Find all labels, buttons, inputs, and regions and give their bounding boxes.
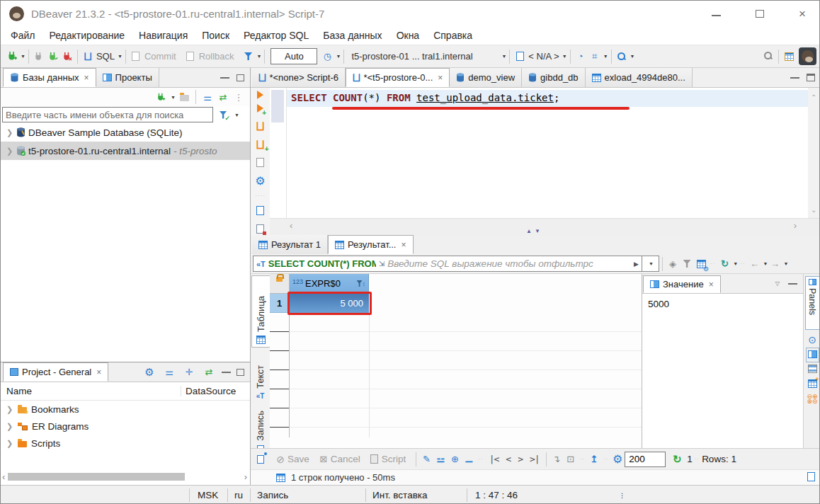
sql-editor-label[interactable]: SQL [96, 51, 115, 62]
clear-filter-icon[interactable]: ◈ [666, 257, 680, 271]
customize-filters-icon[interactable]: ⚙ [694, 257, 708, 271]
filter-objects-caret[interactable]: ▼ [234, 113, 239, 118]
scroll-up-icon[interactable]: ⌃ [811, 93, 816, 101]
tab-exload[interactable]: exload_4994de80... [586, 68, 693, 87]
tab-result-1[interactable]: Результат 1 [252, 235, 328, 254]
sash-collapse-icons[interactable]: ▲▼ [526, 228, 543, 234]
sql-editor-caret[interactable]: ▼ [118, 54, 123, 59]
record-mode-icon[interactable] [254, 452, 268, 466]
expander-icon[interactable]: ❯ [6, 147, 13, 156]
tab-script-6[interactable]: ⨆ *<none> Script-6 [252, 68, 346, 87]
script-button[interactable]: Script [382, 454, 406, 464]
new-folder-icon[interactable] [177, 90, 191, 104]
apply-filter-icon[interactable]: ▶ [634, 260, 639, 268]
timezone-indicator[interactable]: MSK [198, 486, 218, 504]
execute-script-icon[interactable]: ⨆ [254, 120, 268, 133]
tab-databases-close-icon[interactable]: × [84, 73, 89, 83]
tab-databases[interactable]: Базы данных × [3, 68, 96, 87]
presentation-tab-text[interactable]: Текст «T [251, 352, 270, 403]
editor-horizontal-scrollbar[interactable]: ‹ › ▲▼ [270, 218, 820, 236]
explain-plan-icon[interactable] [254, 156, 268, 170]
tab-demo-view[interactable]: demo_view [450, 68, 522, 87]
menu-sql-editor[interactable]: Редактор SQL [237, 26, 316, 45]
minimize-panel-icon[interactable] [222, 372, 231, 373]
save-filter-icon[interactable] [680, 257, 694, 271]
column-header-expr0[interactable]: 123 EXPR$0 ↕ [290, 274, 369, 294]
tab-script-7-active[interactable]: ⨆ *<t5-prostore-0... × [346, 68, 450, 87]
dashboard-icon[interactable]: ◔ [574, 50, 588, 64]
network-icon[interactable]: ⌗ [588, 50, 602, 64]
history-forward-caret[interactable]: ▼ [784, 261, 789, 266]
filter-input[interactable]: «T SELECT COUNT(*) FROM t ⇲ Введите SQL … [253, 256, 642, 272]
minimize-panel-icon[interactable] [788, 283, 797, 285]
view-menu-caret-icon[interactable]: ▽ [775, 280, 780, 287]
commit-button[interactable]: Commit [144, 51, 176, 62]
caret-position-indicator[interactable]: 1 : 47 : 46 [475, 486, 518, 504]
menu-navigate[interactable]: Навигация [132, 26, 195, 45]
view-menu-icon[interactable]: ⋮ [232, 90, 246, 104]
grid-corner-cell[interactable] [270, 274, 290, 294]
tab-close-icon[interactable]: × [402, 240, 406, 250]
panels-toggle-button[interactable]: Panels [805, 276, 820, 330]
execute-new-tab-icon[interactable]: + [257, 104, 263, 115]
maximize-panel-icon[interactable] [237, 74, 244, 81]
object-search-input[interactable] [2, 107, 213, 122]
refresh-results-icon[interactable]: ↻ [717, 257, 731, 271]
scroll-left-icon[interactable]: ‹ [290, 220, 292, 231]
results-settings-gear-icon[interactable]: ⚙ [610, 452, 625, 466]
value-panel-content[interactable]: 5000 [642, 294, 803, 314]
fetch-size-input[interactable] [625, 452, 666, 467]
tree-item-t5-prostore[interactable]: ❯ t5-prostore-01.ru-central1.internal - … [1, 142, 250, 160]
tab-project-close-icon[interactable]: × [96, 367, 101, 377]
menu-help[interactable]: Справка [426, 26, 479, 45]
transaction-history-caret[interactable]: ▼ [336, 54, 341, 59]
disconnect-icon[interactable] [60, 50, 74, 64]
active-schema-combo[interactable]: < N/A > [528, 51, 559, 62]
cancel-button[interactable]: Cancel [331, 454, 360, 464]
tab-project-general[interactable]: Project - General × [3, 362, 108, 382]
project-item-scripts[interactable]: ❯ Scripts [1, 435, 250, 452]
goto-row-icon[interactable]: ↴ [549, 452, 564, 466]
perspective-icon[interactable] [782, 50, 796, 64]
tab-result-2-active[interactable]: Результат... × [328, 235, 414, 254]
results-grid[interactable]: 123 EXPR$0 ↕ 1 5 000 [270, 274, 642, 448]
connection-caret[interactable]: ▼ [501, 54, 506, 59]
expander-icon[interactable]: ❯ [6, 422, 13, 431]
previous-row-icon[interactable]: < [506, 454, 511, 464]
link-selection-icon[interactable]: ⇄ [202, 365, 216, 379]
duplicate-row-icon[interactable]: ⊕ [448, 452, 462, 466]
tree-item-sample-db[interactable]: ❯ DBeaver Sample Database (SQLite) [1, 123, 250, 142]
column-datasource-header[interactable]: DataSource [181, 386, 250, 396]
maximize-button[interactable] [749, 8, 770, 20]
calc-panel-icon[interactable]: + [808, 379, 817, 390]
project-item-er-diagrams[interactable]: ❯ ER Diagrams [1, 418, 250, 435]
tab-projects[interactable]: Проекты [96, 68, 159, 87]
project-settings-gear-icon[interactable]: ⚙ [142, 365, 156, 379]
menu-database[interactable]: База данных [316, 26, 389, 45]
edit-cell-icon[interactable]: ✎ [419, 452, 433, 466]
close-button[interactable]: × [792, 7, 813, 21]
schema-caret[interactable]: ▼ [562, 54, 567, 59]
filter-objects-icon[interactable]: ✓ [216, 108, 230, 122]
sql-editor-area[interactable]: SELECT COUNT(*) FROM test_upload_data.ti… [270, 88, 808, 218]
scrollbar-thumb[interactable] [8, 473, 185, 481]
row-header-1[interactable]: 1 [270, 294, 290, 313]
refresh-caret[interactable]: ▼ [733, 261, 738, 266]
add-row-icon[interactable]: ⚍ [433, 452, 448, 466]
insert-mode-indicator[interactable]: Инт. вставка [372, 486, 428, 504]
maximize-panel-icon[interactable] [807, 74, 815, 81]
editor-vertical-scrollbar[interactable]: ⌃ ⌄ [808, 88, 820, 218]
last-row-icon[interactable]: >| [530, 454, 540, 464]
network-caret[interactable]: ▼ [603, 54, 608, 59]
menu-file[interactable]: Файл [4, 26, 42, 45]
expander-icon[interactable]: ❯ [6, 439, 13, 448]
zoom-cell-icon[interactable]: ⊡ [564, 452, 578, 466]
transaction-log-icon[interactable] [241, 50, 256, 64]
scroll-down-icon[interactable]: ⌄ [811, 206, 816, 214]
script-output-icon[interactable] [254, 222, 268, 236]
expand-all-icon[interactable]: ✛ [182, 365, 196, 379]
expander-icon[interactable]: ❯ [6, 128, 13, 137]
active-connection-combo[interactable]: t5-prostore-01 ... tral1.internal [351, 51, 499, 62]
expander-icon[interactable]: ❯ [6, 405, 13, 414]
quick-access-search-icon[interactable] [761, 50, 775, 64]
